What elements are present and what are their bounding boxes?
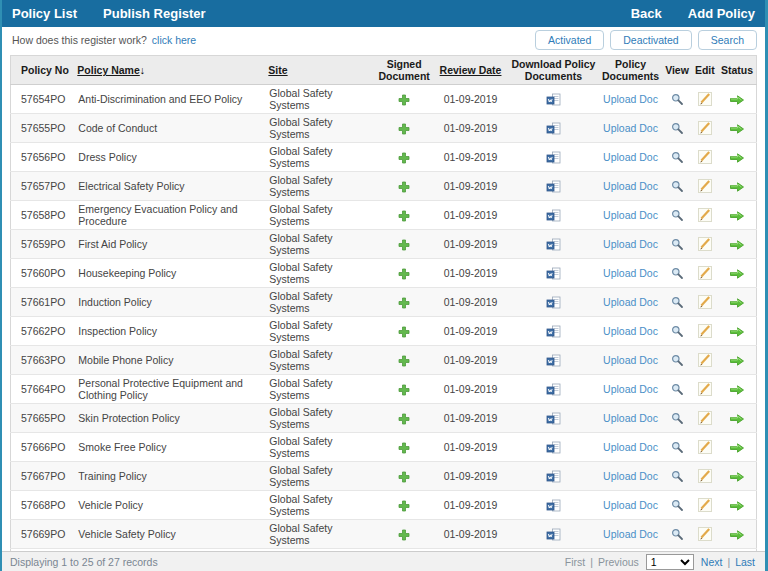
- download-word-document-icon[interactable]: [546, 180, 561, 193]
- download-word-document-icon[interactable]: [546, 122, 561, 135]
- status-green-arrow-icon[interactable]: [729, 123, 745, 135]
- signed-document-plus-icon[interactable]: [398, 239, 410, 251]
- edit-pencil-icon[interactable]: [698, 353, 712, 367]
- upload-doc-link[interactable]: Upload Doc: [603, 441, 658, 453]
- nav-add-policy[interactable]: Add Policy: [688, 6, 755, 21]
- signed-document-plus-icon[interactable]: [398, 529, 410, 541]
- view-magnifier-icon[interactable]: [671, 267, 684, 280]
- download-word-document-icon[interactable]: [546, 383, 561, 396]
- nav-policy-list[interactable]: Policy List: [12, 6, 77, 21]
- nav-back[interactable]: Back: [631, 6, 662, 21]
- signed-document-plus-icon[interactable]: [398, 152, 410, 164]
- download-word-document-icon[interactable]: [546, 354, 561, 367]
- view-magnifier-icon[interactable]: [671, 238, 684, 251]
- activated-button[interactable]: Activated: [535, 30, 604, 50]
- edit-pencil-icon[interactable]: [698, 150, 712, 164]
- signed-document-plus-icon[interactable]: [398, 384, 410, 396]
- download-word-document-icon[interactable]: [546, 93, 561, 106]
- signed-document-plus-icon[interactable]: [398, 268, 410, 280]
- upload-doc-link[interactable]: Upload Doc: [603, 267, 658, 279]
- upload-doc-link[interactable]: Upload Doc: [603, 180, 658, 192]
- status-green-arrow-icon[interactable]: [729, 384, 745, 396]
- col-header-review-date[interactable]: Review Date: [433, 56, 508, 85]
- status-green-arrow-icon[interactable]: [729, 442, 745, 454]
- nav-publish-register[interactable]: Publish Register: [103, 6, 206, 21]
- edit-pencil-icon[interactable]: [698, 382, 712, 396]
- status-green-arrow-icon[interactable]: [729, 152, 745, 164]
- edit-pencil-icon[interactable]: [698, 411, 712, 425]
- policy-name-sort-link[interactable]: Policy Name: [77, 64, 139, 76]
- view-magnifier-icon[interactable]: [671, 93, 684, 106]
- site-sort-link[interactable]: Site: [268, 64, 287, 76]
- download-word-document-icon[interactable]: [546, 470, 561, 483]
- download-word-document-icon[interactable]: [546, 325, 561, 338]
- view-magnifier-icon[interactable]: [671, 354, 684, 367]
- download-word-document-icon[interactable]: [546, 267, 561, 280]
- view-magnifier-icon[interactable]: [671, 528, 684, 541]
- status-green-arrow-icon[interactable]: [729, 94, 745, 106]
- search-button[interactable]: Search: [698, 30, 757, 50]
- view-magnifier-icon[interactable]: [671, 180, 684, 193]
- edit-pencil-icon[interactable]: [698, 498, 712, 512]
- edit-pencil-icon[interactable]: [698, 266, 712, 280]
- upload-doc-link[interactable]: Upload Doc: [603, 93, 658, 105]
- download-word-document-icon[interactable]: [546, 238, 561, 251]
- signed-document-plus-icon[interactable]: [398, 123, 410, 135]
- view-magnifier-icon[interactable]: [671, 470, 684, 483]
- signed-document-plus-icon[interactable]: [398, 210, 410, 222]
- view-magnifier-icon[interactable]: [671, 412, 684, 425]
- upload-doc-link[interactable]: Upload Doc: [603, 499, 658, 511]
- edit-pencil-icon[interactable]: [698, 121, 712, 135]
- signed-document-plus-icon[interactable]: [398, 94, 410, 106]
- signed-document-plus-icon[interactable]: [398, 413, 410, 425]
- view-magnifier-icon[interactable]: [671, 325, 684, 338]
- signed-document-plus-icon[interactable]: [398, 442, 410, 454]
- download-word-document-icon[interactable]: [546, 296, 561, 309]
- upload-doc-link[interactable]: Upload Doc: [603, 238, 658, 250]
- download-word-document-icon[interactable]: [546, 151, 561, 164]
- upload-doc-link[interactable]: Upload Doc: [603, 209, 658, 221]
- upload-doc-link[interactable]: Upload Doc: [603, 354, 658, 366]
- edit-pencil-icon[interactable]: [698, 469, 712, 483]
- upload-doc-link[interactable]: Upload Doc: [603, 528, 658, 540]
- signed-document-plus-icon[interactable]: [398, 500, 410, 512]
- view-magnifier-icon[interactable]: [671, 383, 684, 396]
- download-word-document-icon[interactable]: [546, 441, 561, 454]
- download-word-document-icon[interactable]: [546, 499, 561, 512]
- col-header-site[interactable]: Site: [265, 56, 375, 85]
- status-green-arrow-icon[interactable]: [729, 239, 745, 251]
- pagination-last[interactable]: Last: [735, 556, 755, 568]
- col-header-policy-name[interactable]: Policy Name↓: [74, 56, 265, 85]
- status-green-arrow-icon[interactable]: [729, 529, 745, 541]
- upload-doc-link[interactable]: Upload Doc: [603, 383, 658, 395]
- download-word-document-icon[interactable]: [546, 528, 561, 541]
- upload-doc-link[interactable]: Upload Doc: [603, 122, 658, 134]
- status-green-arrow-icon[interactable]: [729, 413, 745, 425]
- download-word-document-icon[interactable]: [546, 209, 561, 222]
- pagination-previous[interactable]: Previous: [598, 556, 639, 568]
- page-number-select[interactable]: 1: [646, 554, 694, 570]
- signed-document-plus-icon[interactable]: [398, 297, 410, 309]
- edit-pencil-icon[interactable]: [698, 440, 712, 454]
- view-magnifier-icon[interactable]: [671, 209, 684, 222]
- edit-pencil-icon[interactable]: [698, 237, 712, 251]
- view-magnifier-icon[interactable]: [671, 296, 684, 309]
- signed-document-plus-icon[interactable]: [398, 355, 410, 367]
- upload-doc-link[interactable]: Upload Doc: [603, 412, 658, 424]
- status-green-arrow-icon[interactable]: [729, 500, 745, 512]
- edit-pencil-icon[interactable]: [698, 324, 712, 338]
- status-green-arrow-icon[interactable]: [729, 210, 745, 222]
- edit-pencil-icon[interactable]: [698, 208, 712, 222]
- signed-document-plus-icon[interactable]: [398, 181, 410, 193]
- view-magnifier-icon[interactable]: [671, 441, 684, 454]
- status-green-arrow-icon[interactable]: [729, 181, 745, 193]
- pagination-next[interactable]: Next: [701, 556, 723, 568]
- edit-pencil-icon[interactable]: [698, 179, 712, 193]
- review-date-sort-link[interactable]: Review Date: [440, 64, 502, 76]
- upload-doc-link[interactable]: Upload Doc: [603, 296, 658, 308]
- upload-doc-link[interactable]: Upload Doc: [603, 151, 658, 163]
- status-green-arrow-icon[interactable]: [729, 268, 745, 280]
- upload-doc-link[interactable]: Upload Doc: [603, 325, 658, 337]
- click-here-link[interactable]: click here: [152, 34, 196, 46]
- signed-document-plus-icon[interactable]: [398, 471, 410, 483]
